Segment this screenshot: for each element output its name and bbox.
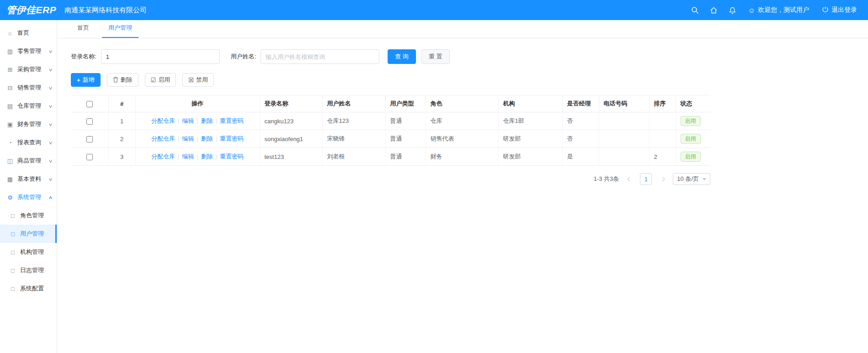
delete-link[interactable]: 删除 [201,135,213,142]
sidebar-item-label: 角色管理 [20,211,52,220]
col-org: 机构 [498,95,562,112]
sidebar-item-basedata[interactable]: ▦ 基本资料 ∨ [0,170,57,188]
warehouse-icon: ▤ [6,103,14,110]
cell-type: 普通 [385,112,426,130]
finance-icon: ▣ [6,121,14,128]
col-name: 用户姓名 [322,95,385,112]
search-button[interactable]: 查 询 [388,49,416,64]
page-number-button[interactable]: 1 [640,173,652,185]
action-separator: | [216,153,217,160]
status-badge: 启用 [681,152,701,162]
logout-button[interactable]: 退出登录 [822,6,857,14]
cell-name: 宋晓锋 [322,130,385,148]
sidebar-item-label: 日志管理 [20,266,52,274]
doc-icon: □ [9,267,16,274]
x-square-icon: ☒ [188,77,194,83]
cell-name: 刘老根 [322,148,385,166]
sidebar-item-org-mgmt[interactable]: □ 机构管理 [0,243,57,261]
cell-actions: 分配仓库|编辑|删除|重置密码 [135,148,260,166]
user-name-input[interactable] [261,49,379,64]
action-separator: | [178,117,179,124]
sidebar-item-home[interactable]: ⌂ 首页 [0,24,57,42]
disable-button[interactable]: ☒ 禁用 [182,73,214,87]
sidebar-item-sales[interactable]: ⊟ 销售管理 ∨ [0,79,57,97]
select-all-checkbox[interactable] [86,101,93,107]
reset-password-link[interactable]: 重置密码 [220,153,244,160]
sidebar-item-role-mgmt[interactable]: □ 角色管理 [0,206,57,225]
reset-password-link[interactable]: 重置密码 [220,135,244,142]
sidebar-item-retail[interactable]: ▥ 零售管理 ∨ [0,42,57,60]
page-size-select[interactable]: 10 条/页 [673,173,710,185]
row-checkbox[interactable] [86,154,93,160]
cell-type: 普通 [385,130,426,148]
delete-link[interactable]: 删除 [201,153,213,160]
col-type: 用户类型 [385,95,426,112]
sidebar-item-label: 基本资料 [17,175,49,183]
home-icon: ⌂ [6,30,14,37]
cell-phone [599,148,649,166]
cell-login: cangku123 [260,112,322,130]
action-separator: | [216,135,217,142]
pagination-total: 1-3 共3条 [594,175,619,183]
assign-warehouse-link[interactable]: 分配仓库 [151,117,175,124]
company-name: 南通某某网络科技有限公司 [64,6,147,15]
main-area: 首页 用户管理 登录名称: 用户姓名: 查 询 重 置 + 新增 [57,20,868,353]
tab-home[interactable]: 首页 [71,24,96,38]
doc-icon: □ [9,249,16,256]
chevron-down-icon: ∨ [48,122,53,127]
row-checkbox[interactable] [86,118,93,125]
sidebar-item-goods[interactable]: ◫ 商品管理 ∨ [0,152,57,170]
edit-link[interactable]: 编辑 [182,135,194,142]
sidebar-item-finance[interactable]: ▣ 财务管理 ∨ [0,115,57,133]
cell-login: songxiaofeng1 [260,130,322,148]
add-button[interactable]: + 新增 [71,73,101,87]
reset-password-link[interactable]: 重置密码 [220,117,244,124]
cell-org: 仓库1部 [498,112,562,130]
assign-warehouse-link[interactable]: 分配仓库 [151,135,175,142]
top-bar: 管伊佳ERP 南通某某网络科技有限公司 ☺ 欢迎您，测试用户 退出登录 [0,0,868,20]
disable-button-label: 禁用 [196,76,208,84]
sales-icon: ⊟ [6,84,14,91]
sidebar-item-label: 商品管理 [17,157,49,165]
enable-button-label: 启用 [158,76,170,84]
reset-button[interactable]: 重 置 [421,49,450,64]
search-icon[interactable] [691,6,699,14]
assign-warehouse-link[interactable]: 分配仓库 [151,153,175,160]
chevron-down-icon: ∨ [48,67,53,72]
cell-phone [599,130,649,148]
sidebar-item-sys-config[interactable]: □ 系统配置 [0,279,57,298]
sidebar-item-label: 机构管理 [20,248,52,256]
sidebar-item-system[interactable]: ⚙ 系统管理 ∧ [0,188,57,206]
action-separator: | [197,117,198,124]
delete-button[interactable]: 删除 [107,73,138,87]
chevron-down-icon: ∨ [48,177,53,182]
row-checkbox[interactable] [86,136,93,142]
edit-link[interactable]: 编辑 [182,153,194,160]
chevron-down-icon: ∨ [48,140,53,145]
chevron-down-icon: ∨ [48,85,53,90]
sidebar-item-warehouse[interactable]: ▤ 仓库管理 ∨ [0,97,57,115]
welcome-user[interactable]: ☺ 欢迎您，测试用户 [748,6,809,14]
sidebar-item-log-mgmt[interactable]: □ 日志管理 [0,261,57,279]
login-name-input[interactable] [101,49,220,64]
bell-icon[interactable] [729,6,736,14]
sidebar-item-purchase[interactable]: ⊞ 采购管理 ∨ [0,60,57,79]
goods-icon: ◫ [6,158,14,164]
cell-login: test123 [260,148,322,166]
cell-manager: 是 [562,148,599,166]
delete-link[interactable]: 删除 [201,117,213,124]
tab-bar: 首页 用户管理 [57,20,868,38]
sidebar-item-user-mgmt[interactable]: □ 用户管理 [0,225,57,243]
next-page-button[interactable] [656,173,668,185]
cell-sort [649,130,676,148]
prev-page-button[interactable] [623,173,635,185]
enable-button[interactable]: ☑ 启用 [145,73,176,87]
tab-user-mgmt[interactable]: 用户管理 [102,24,138,38]
chevron-down-icon [703,178,706,180]
home-shortcut-icon[interactable] [710,6,718,14]
cell-manager: 否 [562,130,599,148]
edit-link[interactable]: 编辑 [182,117,194,124]
sidebar-item-report[interactable]: ◔ 报表查询 ∨ [0,133,57,152]
check-square-icon: ☑ [151,77,156,83]
report-icon: ◔ [6,139,14,146]
